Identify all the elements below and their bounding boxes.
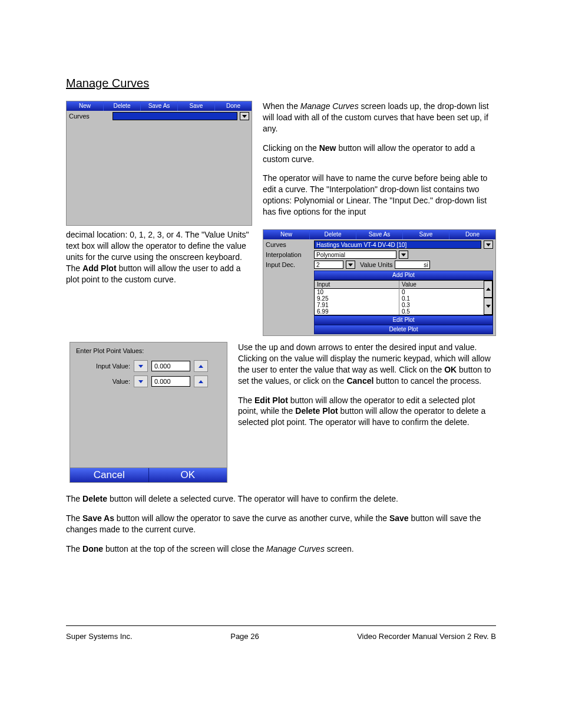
save-button[interactable]: Save [178,101,215,111]
curves-label: Curves [69,113,110,120]
delete-button[interactable]: Delete [310,230,356,239]
add-plot-button[interactable]: Add Plot [314,271,493,280]
chevron-up-icon [199,365,203,368]
input-value-label: Input Value: [76,363,130,370]
chevron-down-icon [486,305,491,308]
manage-curves-panel-populated: New Delete Save As Save Done Curves Hast… [263,229,496,336]
value-down-button[interactable] [134,375,148,387]
page-footer: Super Systems Inc. Page 26 Video Recorde… [66,625,496,641]
interpolation-dropdown[interactable]: Polynomial [314,251,396,259]
paragraph-group-right-top: When the Manage Curves screen loads up, … [263,101,496,226]
input-value-up-button[interactable] [194,360,208,372]
curves-dropdown[interactable] [113,112,237,120]
footer-center: Page 26 [230,632,259,641]
table-head-input: Input [315,281,399,289]
toolbar: New Delete Save As Save Done [67,101,252,111]
paragraph-group-bottom: The Delete button will delete a selected… [66,493,496,555]
new-button[interactable]: New [67,101,104,111]
table-cell[interactable]: 0 [399,289,484,295]
plot-table: Input 10 9.25 7.91 6.99 Value 0 0.1 0.3 [314,280,493,315]
chevron-down-icon [242,115,247,118]
save-as-button[interactable]: Save As [141,101,178,111]
chevron-down-icon [138,380,143,383]
table-cell[interactable]: 10 [315,289,399,295]
curves-dropdown[interactable]: Hastings Vacuum VT-4 DV-4D [10] [314,241,481,249]
interpolation-label: Interpolation [266,251,312,258]
input-dec-dropdown-button[interactable] [346,261,355,269]
chevron-down-icon [401,253,406,256]
interpolation-dropdown-button[interactable] [399,251,408,259]
chevron-up-icon [486,288,491,291]
save-button[interactable]: Save [403,230,449,239]
curves-dropdown-button[interactable] [240,112,249,120]
delete-plot-button[interactable]: Delete Plot [314,325,493,334]
table-cell[interactable]: 0.3 [399,302,484,308]
value-up-button[interactable] [194,375,208,387]
input-value-field[interactable]: 0.000 [151,361,190,371]
chevron-up-icon [199,380,203,383]
table-cell[interactable]: 0.5 [399,308,484,315]
delete-button[interactable]: Delete [104,101,141,111]
table-cell[interactable]: 0.1 [399,295,484,302]
footer-left: Super Systems Inc. [66,632,133,641]
chevron-down-icon [348,263,353,266]
value-units-input[interactable]: si [395,261,430,269]
input-dec-label: Input Dec. [266,261,312,268]
done-button[interactable]: Done [215,101,252,111]
new-button[interactable]: New [263,230,310,239]
save-as-button[interactable]: Save As [356,230,403,239]
paragraph-left-middle: decimal location: 0, 1, 2, 3, or 4. The … [66,229,252,293]
value-label: Value: [76,378,130,385]
plot-point-entry-panel: Enter Plot Point Values: Input Value: 0.… [70,342,227,483]
input-dec-dropdown[interactable]: 2 [314,261,343,269]
scroll-down-button[interactable] [484,298,492,315]
input-value-down-button[interactable] [134,360,148,372]
done-button[interactable]: Done [449,230,495,239]
section-title: Manage Curves [66,77,496,90]
value-field[interactable]: 0.000 [151,376,190,387]
plot-entry-heading: Enter Plot Point Values: [76,347,221,354]
manage-curves-panel-empty: New Delete Save As Save Done Curves [66,101,252,226]
chevron-down-icon [486,243,491,246]
table-cell[interactable]: 9.25 [315,295,399,302]
table-cell[interactable]: 6.99 [315,308,399,315]
value-units-label: Value Units [360,261,392,268]
scroll-up-button[interactable] [484,281,492,298]
table-cell[interactable]: 7.91 [315,302,399,308]
chevron-down-icon [138,365,143,368]
curves-dropdown-button[interactable] [484,241,493,249]
ok-button[interactable]: OK [149,468,227,482]
curves-label: Curves [266,241,312,248]
table-head-value: Value [399,281,484,289]
cancel-button[interactable]: Cancel [70,468,149,482]
footer-right: Video Recorder Manual Version 2 Rev. B [357,632,496,641]
paragraph-group-right-lower: Use the up and down arrows to enter the … [238,342,496,428]
edit-plot-button[interactable]: Edit Plot [314,315,493,325]
